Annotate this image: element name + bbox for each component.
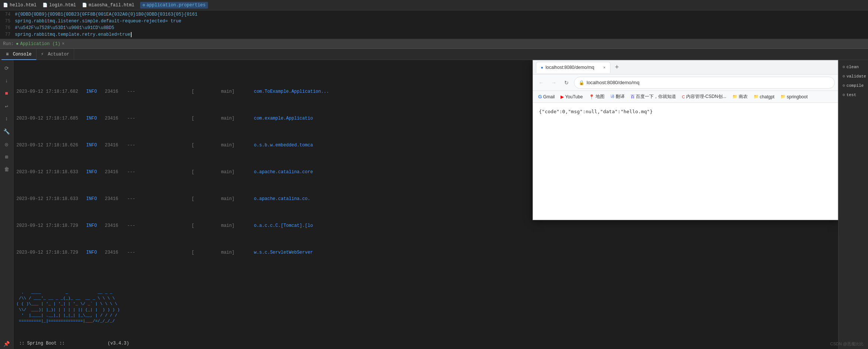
bookmark-baidu[interactable]: 百 百度一下，你就知道 <box>628 93 678 101</box>
browser-nav-bar: ← → ↻ 🔒 localhost:8080/demo/mq <box>533 74 838 91</box>
browser-address-bar[interactable]: 🔒 localhost:8080/demo/mq <box>574 77 835 89</box>
code-line-74: 74 #{0DBD{0DB9}{0D9B1{0DB23{0FF8B{001EA{… <box>0 11 868 18</box>
folder-icon-2: 📁 <box>754 94 759 99</box>
sidebar-icon-1[interactable]: ⟳ <box>1 63 12 73</box>
bookmark-csdn[interactable]: C 内容管理-CSDN创... <box>680 93 729 101</box>
browser-tab-close-btn[interactable]: × <box>603 65 606 70</box>
run-close-btn[interactable]: × <box>62 41 64 47</box>
maven-clean-label: clean <box>846 65 859 69</box>
log-sep: --- <box>124 88 192 95</box>
log-class-3: o.s.b.w.embedded.tomca <box>251 142 370 149</box>
bookmark-nannong-label: 南农 <box>739 93 748 100</box>
maven-validate[interactable]: ⚙ validate <box>840 72 867 80</box>
maven-test[interactable]: ⚙ test <box>840 91 867 99</box>
bookmark-gmail[interactable]: G Gmail <box>536 93 557 100</box>
tab-actuator[interactable]: ⚡ Actuator <box>37 49 74 60</box>
run-label: Run: <box>3 41 14 47</box>
html-icon: 📄 <box>3 3 8 7</box>
code-text-76: #\u542F\u7528\u53D1\u9001\u91CD\u8BD5 <box>15 25 114 31</box>
sidebar-icon-stop[interactable]: ■ <box>1 88 12 99</box>
sidebar-icons: ⟳ ↓ ■ ↩ ↕ 🔧 ◎ ⊞ 🗑 📌 <box>0 60 13 349</box>
log-sep-6: --- <box>124 222 192 229</box>
maven-validate-label: validate <box>846 74 866 79</box>
log-sep-7: --- <box>124 249 192 256</box>
address-url: localhost:8080/demo/mq <box>587 80 640 85</box>
log-thread-4: [ main] <box>192 169 251 175</box>
log-timestamp: 2023-09-12 17:18:17.682 <box>16 88 83 95</box>
log-ts-4: 2023-09-12 17:18:18.633 <box>16 169 83 175</box>
console-tabs-bar: ≡ Console ⚡ Actuator <box>0 49 868 60</box>
log-thread-7: [ main] <box>192 249 251 256</box>
sidebar-icon-4[interactable]: ↩ <box>1 101 12 111</box>
log-pid-3: 23416 <box>102 142 124 149</box>
log-lv-4: INFO <box>83 169 102 175</box>
tab-actuator-label: Actuator <box>48 52 69 57</box>
file-tab-properties[interactable]: ⚙ application.properties <box>140 2 208 9</box>
folder-icon-3: 📁 <box>780 94 786 99</box>
actuator-icon: ⚡ <box>41 52 44 57</box>
log-class: com.ToExample.Application... <box>251 88 370 95</box>
bookmarks-bar: G Gmail ▶ YouTube 📍 地图 译 翻译 百 百度一下，你就 <box>533 91 838 103</box>
log-ts-7: 2023-09-12 17:18:18.729 <box>16 249 83 256</box>
bookmark-nannong[interactable]: 📁 南农 <box>730 93 750 101</box>
bookmark-chatgpt[interactable]: 📁 chatgpt <box>751 93 777 100</box>
sidebar-icon-8[interactable]: ⊞ <box>1 152 12 162</box>
run-app[interactable]: ● Application (1) × <box>16 41 64 47</box>
log-pid-4: 23416 <box>102 169 124 175</box>
bookmark-springboot[interactable]: 📁 springboot <box>778 93 810 100</box>
log-pid-7: 23416 <box>102 249 124 256</box>
browser-refresh-btn[interactable]: ↻ <box>561 77 572 88</box>
line-num-75: 75 <box>0 19 15 24</box>
bookmark-gmail-label: Gmail <box>543 94 555 99</box>
browser-new-tab-btn[interactable]: + <box>615 63 619 71</box>
browser-back-btn[interactable]: ← <box>536 77 546 88</box>
file-tab-miaosha[interactable]: 📄 miaosha_fail.html <box>82 3 134 8</box>
run-bar: Run: ● Application (1) × <box>0 39 868 49</box>
html-icon-3: 📄 <box>82 3 87 7</box>
prop-icon: ⚙ <box>142 3 145 7</box>
maven-compile-label: compile <box>846 83 864 88</box>
sidebar-icon-6[interactable]: 🔧 <box>1 126 12 137</box>
log-sep-3: --- <box>124 142 192 149</box>
bookmark-map[interactable]: 📍 地图 <box>587 93 607 101</box>
sidebar-icon-9[interactable]: 🗑 <box>1 164 12 175</box>
maven-gear-icon-2: ⚙ <box>843 74 845 79</box>
maven-clean[interactable]: ⚙ clean <box>840 63 867 71</box>
folder-icon-1: 📁 <box>732 94 738 99</box>
log-ts-6: 2023-09-12 17:18:18.729 <box>16 222 83 229</box>
line-num-74: 74 <box>0 12 15 17</box>
tab-console[interactable]: ≡ Console <box>1 49 37 60</box>
log-lv-5: INFO <box>83 196 102 202</box>
code-text-74: #{0DBD{0DB9}{0D9B1{0DB23{0FF8B{001EA{032… <box>15 12 198 17</box>
file-tab-miaosha-label: miaosha_fail.html <box>89 3 134 8</box>
log-lv-7: INFO <box>83 249 102 256</box>
run-app-label: Application (1) <box>20 41 60 47</box>
log-class-6: o.a.c.c.C.[Tomcat].[lo <box>251 222 370 229</box>
browser-tab-icon: ● <box>541 65 543 70</box>
log-sep-2: --- <box>124 115 192 122</box>
browser-forward-btn[interactable]: → <box>549 77 559 88</box>
log-pid-6: 23416 <box>102 222 124 229</box>
file-tab-hello[interactable]: 📄 hello.html <box>3 3 37 8</box>
bookmark-csdn-label: 内容管理-CSDN创... <box>686 93 726 100</box>
ascii-art: . ____ _ __ _ _ /\\ / ___'_ __ _ _(_)_ _… <box>13 283 838 326</box>
log-ts-2: 2023-09-12 17:18:17.685 <box>16 115 83 122</box>
file-tab-login[interactable]: 📄 login.html <box>42 3 76 8</box>
console-area[interactable]: 2023-09-12 17:18:17.682 INFO 23416 --- [… <box>13 60 838 349</box>
sidebar-icon-pin[interactable]: 📌 <box>1 339 12 349</box>
browser-window: ● localhost:8080/demo/mq × + ← → ↻ 🔒 loc… <box>533 60 838 220</box>
log-sep-4: --- <box>124 169 192 175</box>
bookmark-youtube[interactable]: ▶ YouTube <box>558 93 585 100</box>
watermark-text: CSDN @恶魔比比 <box>830 342 864 346</box>
bookmark-translate[interactable]: 译 翻译 <box>608 93 627 101</box>
code-line-77: 77 spring.rabbitmq.template.retry.enable… <box>0 31 868 38</box>
log-line-7: 2023-09-12 17:18:18.729 INFO 23416 --- [… <box>13 249 838 256</box>
bookmark-chatgpt-label: chatgpt <box>760 94 774 99</box>
sidebar-icon-2[interactable]: ↓ <box>1 76 12 86</box>
sidebar-icon-5[interactable]: ↕ <box>1 114 12 124</box>
sidebar-icon-7[interactable]: ◎ <box>1 139 12 149</box>
csdn-icon: C <box>682 95 685 99</box>
browser-tab[interactable]: ● localhost:8080/demo/mq × <box>536 62 610 73</box>
maven-compile[interactable]: ⚙ compile <box>840 82 867 89</box>
log-pid: 23416 <box>102 88 124 95</box>
